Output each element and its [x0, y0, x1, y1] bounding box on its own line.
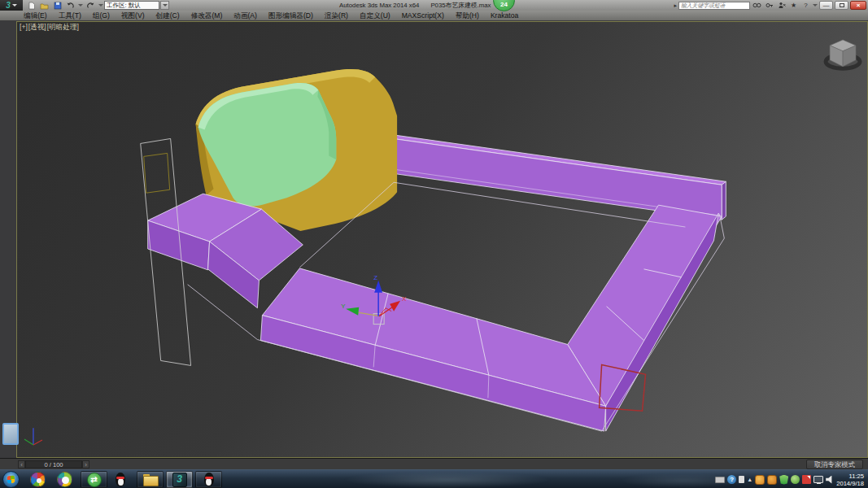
file-name-text: P035布艺床建模.max	[430, 1, 491, 10]
cancel-expert-mode-button[interactable]: 取消专家模式	[806, 460, 863, 469]
perspective-viewport[interactable]: [+] [透视] [明暗处理]	[16, 21, 868, 458]
search-button[interactable]	[752, 1, 762, 10]
next-frame-button[interactable]: ›	[82, 460, 89, 468]
taskbar-glass-highlight	[342, 472, 553, 488]
open-file-button[interactable]	[39, 1, 50, 10]
start-button[interactable]	[2, 471, 20, 488]
menu-group[interactable]: 组(G)	[87, 11, 116, 21]
menu-graph-editors[interactable]: 图形编辑器(D)	[263, 11, 319, 21]
new-file-icon	[29, 2, 35, 9]
taskbar-app-3dsmax[interactable]: 3	[166, 471, 193, 488]
sogou-tray-icon[interactable]	[755, 475, 765, 485]
menu-maxscript[interactable]: MAXScript(X)	[396, 11, 450, 21]
key-icon	[766, 4, 770, 7]
undo-dropdown-caret[interactable]	[78, 4, 83, 7]
3dsmax-window: 3 工作区: 默认 Autodesk 3ds Max 2014 x64 P035…	[0, 0, 868, 488]
security-shield-icon[interactable]	[779, 475, 788, 485]
viewport-layout-strip	[0, 21, 16, 458]
overlay-badge[interactable]: 24	[493, 0, 515, 11]
menu-edit[interactable]: 编辑(E)	[18, 11, 53, 21]
ring-app-icon	[57, 472, 72, 487]
tray-misc-icon[interactable]	[739, 476, 744, 483]
green-tray-icon[interactable]	[791, 475, 800, 484]
clock-time: 11:25	[836, 473, 864, 480]
frame-counter[interactable]: 0 / 100	[25, 460, 82, 468]
star-icon: ★	[791, 2, 796, 9]
sign-in-button[interactable]	[776, 1, 787, 10]
bed-frame[interactable]	[148, 194, 722, 431]
menu-customize[interactable]: 自定义(U)	[354, 11, 396, 21]
restore-button[interactable]	[835, 1, 848, 10]
taskbar-app-qq-2[interactable]	[195, 471, 222, 488]
menu-help[interactable]: 帮助(H)	[450, 11, 485, 21]
tray-clock[interactable]: 11:25 2014/9/18	[836, 473, 866, 487]
application-menu-button[interactable]: 3	[0, 0, 23, 11]
license-key-button[interactable]	[764, 1, 774, 10]
menu-create[interactable]: 创建(C)	[150, 11, 185, 21]
3dsmax-taskbar-icon: 3	[172, 473, 187, 487]
taskbar-app-updater[interactable]: ⇄	[81, 471, 107, 488]
axis-z-label: Z	[373, 274, 377, 281]
binoculars-icon	[753, 3, 757, 7]
world-axis-tripod	[24, 428, 42, 445]
user-icon	[779, 2, 782, 5]
menu-animation[interactable]: 动画(A)	[228, 11, 263, 21]
sogou-tray-icon-2[interactable]	[767, 475, 777, 485]
qq-penguin-icon	[115, 473, 127, 487]
viewport-layout-tab[interactable]	[2, 423, 19, 445]
redo-button[interactable]	[85, 1, 96, 10]
favorites-button[interactable]: ★	[788, 1, 799, 10]
viewport-label: [+] [透视] [明暗处理]	[20, 23, 79, 33]
red-tray-icon[interactable]	[802, 475, 811, 484]
taskbar-app-qq[interactable]	[112, 471, 129, 488]
quick-access-toolbar	[26, 1, 116, 10]
system-tray: ? ▲ 11:25 2014/9/18	[715, 470, 866, 488]
menu-bar: 编辑(E) 工具(T) 组(G) 视图(V) 创建(C) 修改器(M) 动画(A…	[0, 11, 868, 21]
network-icon[interactable]	[813, 476, 823, 483]
menu-modifiers[interactable]: 修改器(M)	[185, 11, 229, 21]
previous-frame-button[interactable]: ‹	[18, 460, 25, 468]
help-search-input[interactable]	[678, 2, 750, 10]
help-dropdown-caret[interactable]	[813, 4, 818, 7]
minimize-icon: —	[823, 2, 830, 9]
viewport-general-menu[interactable]: [+]	[20, 23, 28, 33]
workspace-selector[interactable]: 工作区: 默认	[104, 1, 159, 10]
search-flyout-arrow-icon[interactable]: ▸	[674, 2, 677, 10]
viewport-shading-menu[interactable]: [明暗处理]	[47, 23, 79, 33]
taskbar-app-pinwheel[interactable]	[28, 471, 47, 488]
menu-krakatoa[interactable]: Krakatoa	[485, 11, 524, 21]
taskbar-app-ring[interactable]	[55, 471, 74, 488]
keyboard-layout-icon[interactable]	[715, 477, 725, 483]
status-bar: ‹ 0 / 100 › 取消专家模式	[0, 458, 868, 469]
title-bar: 3 工作区: 默认 Autodesk 3ds Max 2014 x64 P035…	[0, 0, 868, 11]
minimize-button[interactable]: —	[819, 1, 833, 10]
pinwheel-app-icon	[30, 472, 46, 487]
tray-overflow-arrow-icon[interactable]: ▲	[747, 476, 752, 483]
close-button[interactable]: ×	[850, 1, 866, 10]
windows-taskbar: ⇄ 3 ? ▲ 11:25 2014/9/18	[0, 469, 868, 488]
workspace-dropdown-button[interactable]	[160, 1, 169, 10]
gizmo-z-axis[interactable]	[374, 281, 382, 293]
3dsmax-logo-icon: 3	[6, 1, 11, 10]
undo-button[interactable]	[65, 1, 76, 10]
menu-rendering[interactable]: 渲染(R)	[319, 11, 354, 21]
spline-rectangle-olive[interactable]	[144, 153, 170, 193]
tray-help-icon[interactable]: ?	[727, 475, 736, 484]
help-button[interactable]: ?	[800, 1, 811, 10]
time-slider: ‹ 0 / 100 ›	[18, 460, 89, 468]
3d-scene: Z X Y	[17, 22, 867, 457]
viewcube[interactable]	[826, 40, 860, 68]
new-file-button[interactable]	[26, 1, 37, 10]
window-title: Autodesk 3ds Max 2014 x64 P035布艺床建模.max	[339, 0, 491, 11]
save-button[interactable]	[52, 1, 63, 10]
viewport-pov-menu[interactable]: [透视]	[28, 23, 46, 33]
restore-icon	[840, 3, 844, 7]
volume-icon[interactable]	[826, 476, 834, 484]
taskbar-app-explorer[interactable]	[137, 471, 164, 488]
work-area: [+] [透视] [明暗处理]	[0, 21, 868, 458]
menu-views[interactable]: 视图(V)	[116, 11, 150, 21]
updater-app-icon: ⇄	[87, 473, 102, 487]
redo-dropdown-caret[interactable]	[98, 4, 103, 7]
app-title-text: Autodesk 3ds Max 2014 x64	[339, 2, 419, 9]
menu-tools[interactable]: 工具(T)	[53, 11, 87, 21]
